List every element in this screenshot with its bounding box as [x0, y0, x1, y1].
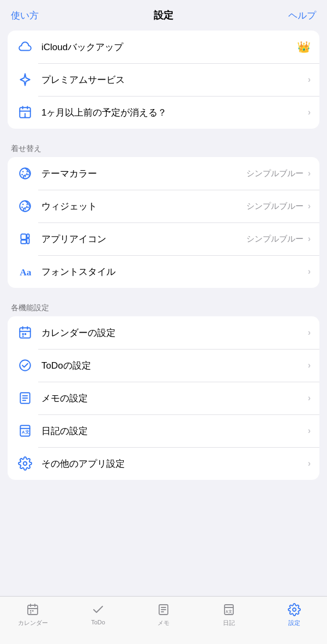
tab-todo[interactable]: ToDo	[65, 602, 131, 625]
diary-icon: A文	[16, 422, 34, 440]
svg-rect-21	[27, 238, 29, 244]
section-label-features: 各機能設定	[0, 298, 327, 316]
row-calendar-settings[interactable]: カレンダーの設定 ›	[8, 316, 319, 349]
card-group-features: カレンダーの設定 › ToDoの設定 ›	[8, 316, 319, 480]
tab-settings[interactable]: 設定	[262, 602, 327, 627]
tab-bar: カレンダー ToDo メモ A文 日	[0, 596, 327, 644]
row-theme-color-label: テーマカラー	[41, 167, 246, 180]
card-group-top: iCloudバックアップ 👑 プレミアムサービス ›	[8, 31, 319, 129]
svg-point-7	[22, 171, 24, 172]
row-app-icon-label: アプリアイコン	[41, 233, 246, 245]
main-content: iCloudバックアップ 👑 プレミアムサービス ›	[0, 28, 327, 544]
svg-rect-43	[30, 610, 32, 612]
svg-rect-44	[32, 610, 34, 612]
svg-rect-27	[22, 333, 24, 335]
tab-diary[interactable]: A文 日記	[196, 602, 262, 627]
svg-text:A文: A文	[22, 429, 29, 435]
font-icon: Aa	[16, 263, 34, 280]
svg-rect-23	[20, 328, 31, 338]
svg-rect-18	[21, 234, 26, 239]
tab-memo-label: メモ	[158, 619, 169, 627]
gear-icon	[16, 455, 34, 472]
svg-point-30	[20, 360, 31, 371]
chevron-icon-todo-settings: ›	[308, 360, 311, 370]
chevron-icon-memo-settings: ›	[308, 393, 311, 403]
svg-rect-28	[25, 333, 26, 335]
chevron-icon-calendar-settings: ›	[308, 328, 311, 338]
header: 使い方 設定 ヘルプ	[0, 0, 327, 28]
row-diary-settings-label: 日記の設定	[41, 425, 307, 437]
chevron-icon-app-icon: ›	[308, 234, 311, 244]
svg-point-8	[26, 171, 28, 172]
row-theme-color[interactable]: テーマカラー シンプルブルー ›	[8, 157, 319, 190]
row-calendar-settings-label: カレンダーの設定	[41, 327, 307, 339]
palette-icon	[16, 165, 34, 182]
tab-calendar[interactable]: カレンダー	[0, 602, 65, 627]
svg-rect-45	[30, 612, 32, 613]
svg-point-10	[27, 174, 29, 176]
row-todo-settings-label: ToDoの設定	[41, 359, 307, 372]
svg-rect-39	[28, 605, 38, 615]
memo-tab-icon	[156, 602, 171, 617]
svg-text:A文: A文	[226, 609, 232, 613]
svg-rect-20	[27, 234, 29, 238]
calendar-warning-icon	[16, 104, 34, 121]
calendar-icon	[16, 324, 34, 341]
chevron-icon-font: ›	[308, 267, 311, 276]
row-todo-settings[interactable]: ToDoの設定 ›	[8, 349, 319, 382]
svg-point-13	[22, 203, 24, 205]
crown-icon: 👑	[297, 40, 311, 53]
svg-point-15	[21, 207, 23, 208]
tab-todo-label: ToDo	[91, 619, 105, 625]
row-widget-label: ウィジェット	[41, 200, 246, 213]
row-widget[interactable]: ウィジェット シンプルブルー ›	[8, 190, 319, 222]
row-premium-label: プレミアムサービス	[41, 74, 307, 86]
row-other-settings-label: その他のアプリ設定	[41, 458, 307, 470]
row-memo-settings[interactable]: メモの設定 ›	[8, 382, 319, 414]
memo-icon	[16, 389, 34, 407]
chevron-icon-diary-settings: ›	[308, 426, 311, 436]
cloud-icon	[16, 38, 34, 56]
svg-point-14	[26, 203, 28, 205]
svg-point-9	[21, 174, 23, 176]
todo-tab-icon	[90, 602, 106, 617]
row-app-icon[interactable]: アプリアイコン シンプルブルー ›	[8, 222, 319, 255]
tab-diary-label: 日記	[223, 619, 235, 627]
calendar-tab-icon	[25, 602, 40, 617]
row-app-icon-value: シンプルブルー	[246, 234, 304, 244]
section-label-theme: 着せ替え	[0, 139, 327, 157]
row-memo-settings-label: メモの設定	[41, 392, 307, 405]
row-premium[interactable]: プレミアムサービス ›	[8, 63, 319, 96]
row-schedule[interactable]: 1ヶ月以上前の予定が消える？ ›	[8, 96, 319, 129]
diary-tab-icon: A文	[221, 602, 237, 617]
row-schedule-label: 1ヶ月以上前の予定が消える？	[41, 106, 307, 119]
todo-icon	[16, 357, 34, 374]
chevron-icon-widget: ›	[308, 201, 311, 211]
svg-point-11	[25, 176, 26, 177]
card-group-theme: テーマカラー シンプルブルー › ウィジェット シンプルブルー ›	[8, 157, 319, 288]
row-other-settings[interactable]: その他のアプリ設定 ›	[8, 447, 319, 480]
svg-point-17	[25, 208, 26, 210]
row-font[interactable]: Aa フォントスタイル ›	[8, 255, 319, 288]
tab-memo[interactable]: メモ	[131, 602, 196, 627]
row-theme-color-value: シンプルブルー	[246, 168, 304, 179]
svg-point-53	[293, 608, 296, 611]
palette2-icon	[16, 197, 34, 215]
chevron-icon-premium: ›	[308, 75, 311, 85]
svg-point-16	[27, 207, 29, 208]
app-icon-icon	[16, 230, 34, 248]
header-right-button[interactable]: ヘルプ	[288, 9, 316, 22]
settings-tab-icon	[287, 602, 302, 617]
row-icloud[interactable]: iCloudバックアップ 👑	[8, 31, 319, 63]
tab-settings-label: 設定	[288, 619, 300, 627]
chevron-icon-other-settings: ›	[308, 459, 311, 468]
page-title: 設定	[154, 9, 173, 22]
chevron-icon-schedule: ›	[308, 107, 311, 117]
svg-point-38	[23, 462, 27, 466]
svg-text:Aa: Aa	[20, 267, 32, 278]
row-icloud-label: iCloudバックアップ	[41, 41, 297, 53]
sparkle-icon	[16, 71, 34, 88]
header-left-button[interactable]: 使い方	[11, 9, 39, 22]
svg-rect-29	[22, 335, 24, 336]
row-diary-settings[interactable]: A文 日記の設定 ›	[8, 414, 319, 447]
